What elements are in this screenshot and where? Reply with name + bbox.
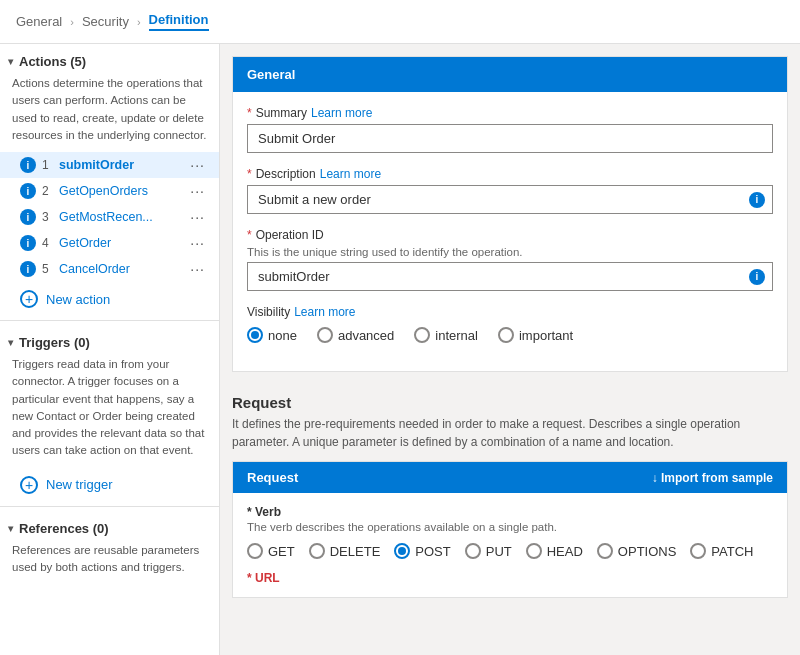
visibility-option-important[interactable]: important (498, 327, 573, 343)
action-name-3: GetMostRecen... (59, 210, 188, 224)
action-dots-3[interactable]: ··· (188, 209, 207, 225)
verb-option-head[interactable]: HEAD (526, 543, 583, 559)
summary-label-text: Summary (256, 106, 307, 120)
action-dots-5[interactable]: ··· (188, 261, 207, 277)
visibility-option-none[interactable]: none (247, 327, 297, 343)
action-dots-4[interactable]: ··· (188, 235, 207, 251)
action-name-5: CancelOrder (59, 262, 188, 276)
verb-desc: The verb describes the operations availa… (247, 521, 773, 533)
breadcrumb-sep-1: › (70, 16, 74, 28)
verb-option-options[interactable]: OPTIONS (597, 543, 677, 559)
operation-id-input-wrapper: i (247, 262, 773, 291)
action-info-icon-1: i (20, 157, 36, 173)
request-title: Request (232, 384, 788, 415)
breadcrumb-general[interactable]: General (16, 14, 62, 29)
action-name-1: submitOrder (59, 158, 188, 172)
radio-head-circle (526, 543, 542, 559)
divider-1 (0, 320, 219, 321)
actions-header-label: Actions (5) (19, 54, 86, 69)
references-section-header[interactable]: ▾ References (0) (0, 511, 219, 542)
action-info-icon-4: i (20, 235, 36, 251)
actions-section-header[interactable]: ▾ Actions (5) (0, 44, 219, 75)
description-learn-more[interactable]: Learn more (320, 167, 381, 181)
divider-2 (0, 506, 219, 507)
general-card: General * Summary Learn more * Descripti… (232, 56, 788, 372)
visibility-option-internal[interactable]: internal (414, 327, 478, 343)
radio-put-label: PUT (486, 544, 512, 559)
triggers-section-header[interactable]: ▾ Triggers (0) (0, 325, 219, 356)
breadcrumb: General › Security › Definition (0, 0, 800, 44)
new-trigger-button[interactable]: + New trigger (0, 468, 219, 502)
general-card-header: General (233, 57, 787, 92)
action-name-4: GetOrder (59, 236, 188, 250)
radio-options-label: OPTIONS (618, 544, 677, 559)
actions-chevron-icon: ▾ (8, 56, 13, 67)
sidebar: ▾ Actions (5) Actions determine the oper… (0, 44, 220, 655)
description-input-wrapper: i (247, 185, 773, 214)
import-from-sample-button[interactable]: ↓ Import from sample (652, 471, 773, 485)
summary-input[interactable] (247, 124, 773, 153)
radio-important-circle (498, 327, 514, 343)
visibility-label: Visibility Learn more (247, 305, 773, 319)
action-dots-2[interactable]: ··· (188, 183, 207, 199)
radio-none-label: none (268, 328, 297, 343)
radio-internal-label: internal (435, 328, 478, 343)
operation-id-label-text: Operation ID (256, 228, 324, 242)
triggers-header-label: Triggers (0) (19, 335, 90, 350)
request-card: Request ↓ Import from sample * Verb The … (232, 461, 788, 598)
action-num-1: 1 (42, 158, 54, 172)
action-num-3: 3 (42, 210, 54, 224)
breadcrumb-definition[interactable]: Definition (149, 12, 209, 31)
verb-option-put[interactable]: PUT (465, 543, 512, 559)
action-item-2[interactable]: i 2 GetOpenOrders ··· (0, 178, 219, 204)
verb-option-delete[interactable]: DELETE (309, 543, 381, 559)
verb-option-patch[interactable]: PATCH (690, 543, 753, 559)
action-num-5: 5 (42, 262, 54, 276)
radio-patch-circle (690, 543, 706, 559)
verb-label: * Verb (247, 505, 773, 519)
radio-advanced-circle (317, 327, 333, 343)
request-section: Request It defines the pre-requirements … (232, 384, 788, 598)
verb-option-get[interactable]: GET (247, 543, 295, 559)
request-description: It defines the pre-requirements needed i… (232, 415, 788, 451)
description-label-text: Description (256, 167, 316, 181)
action-dots-1[interactable]: ··· (188, 157, 207, 173)
breadcrumb-security[interactable]: Security (82, 14, 129, 29)
summary-label: * Summary Learn more (247, 106, 773, 120)
operation-id-label: * Operation ID (247, 228, 773, 242)
operation-id-info-icon: i (749, 269, 765, 285)
radio-post-circle (394, 543, 410, 559)
radio-none-circle (247, 327, 263, 343)
request-card-body: * Verb The verb describes the operations… (233, 493, 787, 597)
new-action-label: New action (46, 292, 110, 307)
action-item-1[interactable]: i 1 submitOrder ··· (0, 152, 219, 178)
references-chevron-icon: ▾ (8, 523, 13, 534)
action-info-icon-5: i (20, 261, 36, 277)
operation-id-input[interactable] (247, 262, 773, 291)
action-item-3[interactable]: i 3 GetMostRecen... ··· (0, 204, 219, 230)
new-action-button[interactable]: + New action (0, 282, 219, 316)
operation-id-required-star: * (247, 228, 252, 242)
description-field-row: * Description Learn more i (247, 167, 773, 214)
summary-field-row: * Summary Learn more (247, 106, 773, 153)
action-info-icon-2: i (20, 183, 36, 199)
verb-radio-group: GET DELETE POST PUT (247, 543, 773, 559)
references-description: References are reusable parameters used … (0, 542, 219, 585)
visibility-learn-more[interactable]: Learn more (294, 305, 355, 319)
radio-post-label: POST (415, 544, 450, 559)
radio-options-circle (597, 543, 613, 559)
radio-internal-circle (414, 327, 430, 343)
description-info-icon: i (749, 192, 765, 208)
action-item-5[interactable]: i 5 CancelOrder ··· (0, 256, 219, 282)
radio-get-circle (247, 543, 263, 559)
summary-learn-more[interactable]: Learn more (311, 106, 372, 120)
radio-head-label: HEAD (547, 544, 583, 559)
description-input[interactable] (247, 185, 773, 214)
general-card-body: * Summary Learn more * Description Learn… (233, 92, 787, 371)
action-item-4[interactable]: i 4 GetOrder ··· (0, 230, 219, 256)
visibility-option-advanced[interactable]: advanced (317, 327, 394, 343)
operation-id-field-row: * Operation ID This is the unique string… (247, 228, 773, 291)
action-info-icon-3: i (20, 209, 36, 225)
triggers-chevron-icon: ▾ (8, 337, 13, 348)
verb-option-post[interactable]: POST (394, 543, 450, 559)
